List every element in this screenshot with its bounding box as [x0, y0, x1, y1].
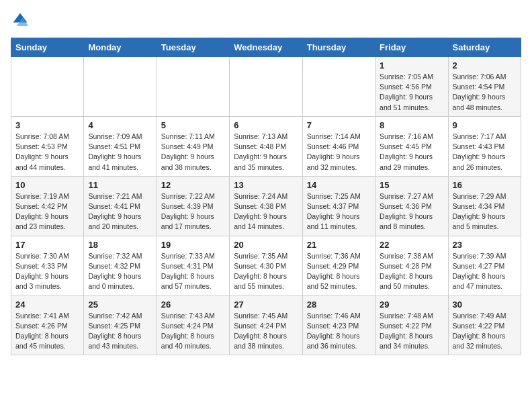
day-content: Sunrise: 7:32 AM Sunset: 4:32 PM Dayligh…	[88, 251, 152, 292]
day-content: Sunrise: 7:25 AM Sunset: 4:37 PM Dayligh…	[307, 191, 371, 232]
calendar-cell: 6Sunrise: 7:13 AM Sunset: 4:48 PM Daylig…	[230, 116, 302, 176]
day-number: 18	[88, 240, 152, 250]
calendar-week-1: 1Sunrise: 7:05 AM Sunset: 4:56 PM Daylig…	[11, 57, 521, 117]
day-content: Sunrise: 7:36 AM Sunset: 4:29 PM Dayligh…	[307, 251, 371, 292]
day-header-sunday: Sunday	[11, 38, 84, 57]
calendar-body: 1Sunrise: 7:05 AM Sunset: 4:56 PM Daylig…	[11, 57, 521, 355]
day-content: Sunrise: 7:49 AM Sunset: 4:22 PM Dayligh…	[453, 311, 517, 352]
day-content: Sunrise: 7:42 AM Sunset: 4:25 PM Dayligh…	[88, 311, 152, 352]
calendar-week-3: 10Sunrise: 7:19 AM Sunset: 4:42 PM Dayli…	[11, 176, 521, 236]
day-number: 29	[380, 300, 443, 310]
day-number: 21	[307, 240, 371, 250]
day-number: 15	[380, 180, 443, 190]
calendar-cell: 8Sunrise: 7:16 AM Sunset: 4:45 PM Daylig…	[375, 116, 448, 176]
day-number: 27	[234, 300, 298, 310]
day-number: 19	[161, 240, 225, 250]
calendar: SundayMondayTuesdayWednesdayThursdayFrid…	[11, 38, 521, 355]
day-header-friday: Friday	[375, 38, 448, 57]
logo-icon	[11, 11, 30, 30]
day-content: Sunrise: 7:41 AM Sunset: 4:26 PM Dayligh…	[15, 311, 79, 352]
calendar-cell: 22Sunrise: 7:38 AM Sunset: 4:28 PM Dayli…	[375, 236, 448, 295]
calendar-cell: 29Sunrise: 7:48 AM Sunset: 4:22 PM Dayli…	[375, 295, 448, 355]
calendar-cell: 4Sunrise: 7:09 AM Sunset: 4:51 PM Daylig…	[84, 116, 157, 176]
calendar-cell: 30Sunrise: 7:49 AM Sunset: 4:22 PM Dayli…	[448, 295, 521, 355]
day-content: Sunrise: 7:30 AM Sunset: 4:33 PM Dayligh…	[15, 251, 79, 292]
day-content: Sunrise: 7:43 AM Sunset: 4:24 PM Dayligh…	[161, 311, 225, 352]
day-number: 22	[380, 240, 443, 250]
day-number: 2	[453, 60, 517, 71]
day-content: Sunrise: 7:38 AM Sunset: 4:28 PM Dayligh…	[380, 251, 443, 292]
day-number: 17	[15, 240, 79, 250]
day-content: Sunrise: 7:35 AM Sunset: 4:30 PM Dayligh…	[234, 251, 298, 292]
day-content: Sunrise: 7:22 AM Sunset: 4:39 PM Dayligh…	[161, 191, 225, 232]
day-content: Sunrise: 7:17 AM Sunset: 4:43 PM Dayligh…	[453, 132, 517, 173]
calendar-cell: 16Sunrise: 7:29 AM Sunset: 4:34 PM Dayli…	[448, 176, 521, 236]
calendar-cell: 13Sunrise: 7:24 AM Sunset: 4:38 PM Dayli…	[230, 176, 302, 236]
day-content: Sunrise: 7:19 AM Sunset: 4:42 PM Dayligh…	[15, 191, 79, 232]
calendar-cell: 7Sunrise: 7:14 AM Sunset: 4:46 PM Daylig…	[302, 116, 375, 176]
calendar-cell: 14Sunrise: 7:25 AM Sunset: 4:37 PM Dayli…	[302, 176, 375, 236]
day-number: 4	[88, 120, 152, 130]
calendar-cell	[302, 57, 375, 117]
calendar-cell: 10Sunrise: 7:19 AM Sunset: 4:42 PM Dayli…	[11, 176, 84, 236]
calendar-cell: 2Sunrise: 7:06 AM Sunset: 4:54 PM Daylig…	[448, 57, 521, 117]
calendar-cell: 18Sunrise: 7:32 AM Sunset: 4:32 PM Dayli…	[84, 236, 157, 295]
day-number: 14	[307, 180, 371, 190]
day-header-monday: Monday	[84, 38, 157, 57]
header	[11, 11, 521, 30]
day-header-saturday: Saturday	[448, 38, 521, 57]
day-number: 10	[15, 180, 79, 190]
day-number: 25	[88, 300, 152, 310]
day-number: 8	[380, 120, 443, 130]
day-number: 24	[15, 300, 79, 310]
day-content: Sunrise: 7:24 AM Sunset: 4:38 PM Dayligh…	[234, 191, 298, 232]
day-number: 16	[453, 180, 517, 190]
day-content: Sunrise: 7:39 AM Sunset: 4:27 PM Dayligh…	[453, 251, 517, 292]
day-content: Sunrise: 7:29 AM Sunset: 4:34 PM Dayligh…	[453, 191, 517, 232]
day-number: 3	[15, 120, 79, 130]
day-header-wednesday: Wednesday	[230, 38, 302, 57]
calendar-cell: 24Sunrise: 7:41 AM Sunset: 4:26 PM Dayli…	[11, 295, 84, 355]
day-content: Sunrise: 7:13 AM Sunset: 4:48 PM Dayligh…	[234, 132, 298, 173]
calendar-cell: 23Sunrise: 7:39 AM Sunset: 4:27 PM Dayli…	[448, 236, 521, 295]
calendar-cell: 28Sunrise: 7:46 AM Sunset: 4:23 PM Dayli…	[302, 295, 375, 355]
day-content: Sunrise: 7:45 AM Sunset: 4:24 PM Dayligh…	[234, 311, 298, 352]
day-content: Sunrise: 7:14 AM Sunset: 4:46 PM Dayligh…	[307, 132, 371, 173]
day-number: 6	[234, 120, 298, 130]
day-number: 1	[380, 60, 443, 71]
calendar-cell: 25Sunrise: 7:42 AM Sunset: 4:25 PM Dayli…	[84, 295, 157, 355]
day-number: 28	[307, 300, 371, 310]
day-header-thursday: Thursday	[302, 38, 375, 57]
day-content: Sunrise: 7:27 AM Sunset: 4:36 PM Dayligh…	[380, 191, 443, 232]
day-number: 5	[161, 120, 225, 130]
calendar-header-row: SundayMondayTuesdayWednesdayThursdayFrid…	[11, 38, 521, 57]
calendar-cell: 19Sunrise: 7:33 AM Sunset: 4:31 PM Dayli…	[157, 236, 229, 295]
calendar-cell	[230, 57, 302, 117]
day-header-tuesday: Tuesday	[157, 38, 229, 57]
calendar-week-2: 3Sunrise: 7:08 AM Sunset: 4:53 PM Daylig…	[11, 116, 521, 176]
calendar-cell: 5Sunrise: 7:11 AM Sunset: 4:49 PM Daylig…	[157, 116, 229, 176]
day-number: 13	[234, 180, 298, 190]
calendar-cell: 3Sunrise: 7:08 AM Sunset: 4:53 PM Daylig…	[11, 116, 84, 176]
calendar-cell: 26Sunrise: 7:43 AM Sunset: 4:24 PM Dayli…	[157, 295, 229, 355]
day-number: 23	[453, 240, 517, 250]
calendar-cell: 21Sunrise: 7:36 AM Sunset: 4:29 PM Dayli…	[302, 236, 375, 295]
day-number: 30	[453, 300, 517, 310]
day-content: Sunrise: 7:33 AM Sunset: 4:31 PM Dayligh…	[161, 251, 225, 292]
calendar-cell	[11, 57, 84, 117]
day-number: 11	[88, 180, 152, 190]
calendar-week-5: 24Sunrise: 7:41 AM Sunset: 4:26 PM Dayli…	[11, 295, 521, 355]
calendar-cell	[84, 57, 157, 117]
day-content: Sunrise: 7:11 AM Sunset: 4:49 PM Dayligh…	[161, 132, 225, 173]
day-content: Sunrise: 7:48 AM Sunset: 4:22 PM Dayligh…	[380, 311, 443, 352]
calendar-cell: 17Sunrise: 7:30 AM Sunset: 4:33 PM Dayli…	[11, 236, 84, 295]
calendar-cell: 1Sunrise: 7:05 AM Sunset: 4:56 PM Daylig…	[375, 57, 448, 117]
calendar-cell: 9Sunrise: 7:17 AM Sunset: 4:43 PM Daylig…	[448, 116, 521, 176]
day-content: Sunrise: 7:08 AM Sunset: 4:53 PM Dayligh…	[15, 132, 79, 173]
day-content: Sunrise: 7:05 AM Sunset: 4:56 PM Dayligh…	[380, 72, 443, 113]
calendar-cell: 12Sunrise: 7:22 AM Sunset: 4:39 PM Dayli…	[157, 176, 229, 236]
calendar-cell	[157, 57, 229, 117]
calendar-cell: 11Sunrise: 7:21 AM Sunset: 4:41 PM Dayli…	[84, 176, 157, 236]
day-content: Sunrise: 7:21 AM Sunset: 4:41 PM Dayligh…	[88, 191, 152, 232]
day-number: 26	[161, 300, 225, 310]
